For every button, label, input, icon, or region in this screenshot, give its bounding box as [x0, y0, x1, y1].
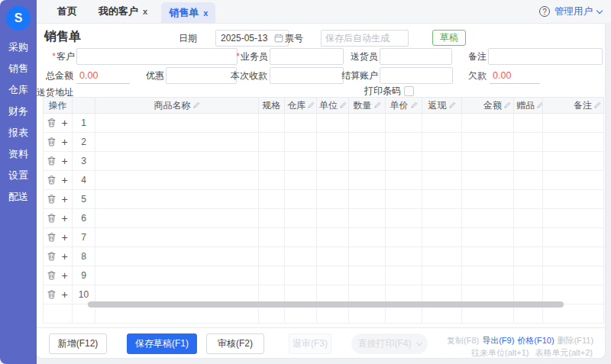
grid-cell-warehouse[interactable] — [285, 152, 317, 171]
grid-cell-remark[interactable] — [543, 114, 604, 133]
grid-cell-unit-price[interactable] — [386, 266, 422, 285]
grid-cell-gift[interactable] — [514, 152, 543, 171]
grid-cell-amount[interactable] — [462, 152, 514, 171]
grid-cell-warehouse[interactable] — [285, 114, 317, 133]
grid-cell-amount[interactable] — [462, 228, 514, 247]
grid-cell-warehouse[interactable] — [285, 171, 317, 190]
grid-cell-spec[interactable] — [259, 228, 285, 247]
grid-cell-warehouse[interactable] — [285, 247, 317, 266]
grid-cell-amount[interactable] — [462, 247, 514, 266]
trash-icon[interactable] — [47, 233, 56, 242]
grid-cell-spec[interactable] — [259, 190, 285, 209]
grid-cell-warehouse[interactable] — [285, 133, 317, 152]
add-row-icon[interactable]: + — [61, 251, 67, 262]
grid-cell-spec[interactable] — [259, 247, 285, 266]
payment-input[interactable] — [270, 67, 344, 84]
grid-cell-product-name[interactable] — [95, 152, 259, 171]
grid-cell-remark[interactable] — [543, 266, 604, 285]
grid-cell-unit-price[interactable] — [386, 228, 422, 247]
trash-icon[interactable] — [47, 176, 56, 185]
grid-cell-gift[interactable] — [514, 228, 543, 247]
trash-icon[interactable] — [47, 214, 56, 223]
trash-icon[interactable] — [47, 271, 56, 280]
grid-cell-spec[interactable] — [259, 152, 285, 171]
grid-cell-amount[interactable] — [462, 171, 514, 190]
grid-cell-unit[interactable] — [317, 266, 349, 285]
grid-cell-spec[interactable] — [259, 133, 285, 152]
add-new-button[interactable]: 新增(F12) — [49, 333, 107, 354]
grid-cell-qty[interactable] — [349, 190, 386, 209]
trash-icon[interactable] — [47, 137, 56, 147]
grid-cell-spec[interactable] — [259, 171, 285, 190]
horizontal-scrollbar[interactable] — [88, 301, 564, 308]
grid-cell-cashback[interactable] — [422, 228, 462, 247]
grid-cell-remark[interactable] — [543, 190, 604, 209]
grid-cell-warehouse[interactable] — [285, 228, 317, 247]
trash-icon[interactable] — [47, 195, 56, 204]
grid-cell-product-name[interactable] — [95, 133, 259, 152]
grid-cell-cashback[interactable] — [422, 171, 462, 190]
grid-cell-product-name[interactable] — [95, 114, 259, 133]
grid-cell-gift[interactable] — [514, 114, 543, 133]
sidebar-item-warehouse[interactable]: 仓库 — [0, 79, 37, 101]
grid-cell-gift[interactable] — [514, 190, 543, 209]
grid-cell-gift[interactable] — [514, 133, 543, 152]
ticket-input[interactable] — [321, 30, 409, 47]
trash-icon[interactable] — [47, 118, 56, 127]
user-area[interactable]: ? 管理用户 — [539, 0, 602, 23]
grid-cell-remark[interactable] — [543, 228, 604, 247]
grid-cell-remark[interactable] — [543, 171, 604, 190]
grid-cell-remark[interactable] — [543, 133, 604, 152]
grid-cell-unit[interactable] — [317, 190, 349, 209]
grid-cell-qty[interactable] — [349, 133, 386, 152]
trash-icon[interactable] — [47, 156, 56, 166]
grid-cell-unit-price[interactable] — [386, 114, 422, 133]
grid-cell-qty[interactable] — [349, 209, 386, 228]
grid-cell-amount[interactable] — [462, 133, 514, 152]
audit-button[interactable]: 审核(F2) — [206, 333, 264, 354]
grid-cell-product-name[interactable] — [95, 247, 259, 266]
grid-cell-qty[interactable] — [349, 247, 386, 266]
add-row-icon[interactable]: + — [61, 232, 67, 243]
grid-cell-warehouse[interactable] — [285, 266, 317, 285]
grid-cell-unit[interactable] — [317, 247, 349, 266]
grid-cell-gift[interactable] — [514, 209, 543, 228]
grid-cell-product-name[interactable] — [95, 209, 259, 228]
tab-home[interactable]: 首页 — [50, 0, 85, 23]
add-row-icon[interactable]: + — [61, 213, 67, 224]
grid-cell-unit-price[interactable] — [386, 133, 422, 152]
grid-cell-spec[interactable] — [259, 209, 285, 228]
grid-cell-unit-price[interactable] — [386, 152, 422, 171]
salesman-input[interactable] — [270, 48, 344, 65]
grid-cell-amount[interactable] — [462, 190, 514, 209]
date-input[interactable]: 2025-05-13 — [215, 30, 289, 47]
tab-sales-order[interactable]: 销售单x — [161, 2, 215, 23]
grid-cell-unit-price[interactable] — [386, 171, 422, 190]
grid-cell-remark[interactable] — [543, 152, 604, 171]
grid-cell-warehouse[interactable] — [285, 190, 317, 209]
add-row-icon[interactable]: + — [61, 270, 67, 281]
grid-cell-unit[interactable] — [317, 114, 349, 133]
grid-cell-remark[interactable] — [543, 209, 604, 228]
deliveryman-input[interactable] — [380, 48, 452, 65]
sidebar-item-finance[interactable]: 财务 — [0, 101, 37, 122]
grid-cell-product-name[interactable] — [95, 228, 259, 247]
grid-cell-cashback[interactable] — [422, 152, 462, 171]
price-link[interactable]: 价格(F10) — [517, 336, 554, 345]
grid-cell-gift[interactable] — [514, 266, 543, 285]
grid-cell-unit[interactable] — [317, 171, 349, 190]
grid-cell-unit[interactable] — [317, 228, 349, 247]
customer-input[interactable] — [76, 48, 238, 65]
sidebar-item-sales[interactable]: 销售 — [0, 58, 37, 79]
grid-cell-gift[interactable] — [514, 247, 543, 266]
grid-cell-amount[interactable] — [462, 114, 514, 133]
grid-cell-spec[interactable] — [259, 266, 285, 285]
add-row-icon[interactable]: + — [61, 118, 67, 128]
grid-cell-remark[interactable] — [543, 247, 604, 266]
remark-input[interactable] — [488, 48, 603, 65]
grid-cell-cashback[interactable] — [422, 190, 462, 209]
close-icon[interactable]: x — [203, 8, 208, 18]
grid-cell-qty[interactable] — [349, 266, 386, 285]
sidebar-item-data[interactable]: 资料 — [0, 143, 37, 165]
grid-cell-qty[interactable] — [349, 152, 386, 171]
